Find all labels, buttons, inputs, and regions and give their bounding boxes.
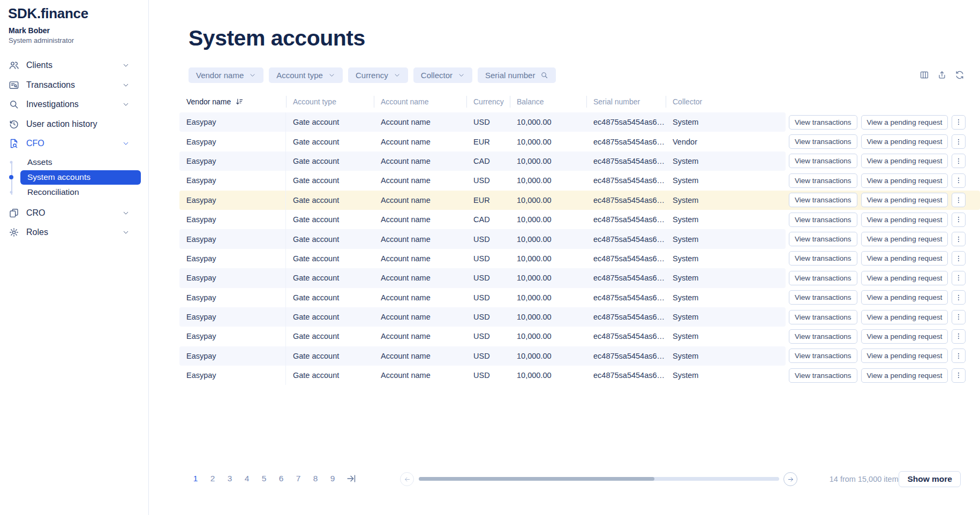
page-button-8[interactable]: 8 (312, 474, 319, 483)
cell-account_name: Account name (374, 288, 466, 307)
page-button-7[interactable]: 7 (295, 474, 302, 483)
row-menu-button[interactable] (952, 213, 966, 227)
page-button-3[interactable]: 3 (226, 474, 233, 483)
column-header-collector[interactable]: Collector (666, 93, 786, 110)
view-pending-request-button[interactable]: View a pending request (861, 193, 948, 207)
page-button-6[interactable]: 6 (277, 474, 285, 483)
show-more-button[interactable]: Show more (899, 471, 961, 487)
chevron-down-icon (328, 72, 335, 79)
sidebar-item-investigations[interactable]: Investigations (0, 95, 148, 115)
page-button-2[interactable]: 2 (209, 474, 216, 483)
view-transactions-button[interactable]: View transactions (789, 232, 857, 246)
view-pending-request-button[interactable]: View a pending request (861, 271, 948, 285)
column-header-currency[interactable]: Currency (466, 93, 510, 110)
row-menu-button[interactable] (952, 173, 966, 188)
table-row-data: EasypayGate accountAccount nameEUR10,000… (179, 132, 786, 151)
sidebar-item-transactions[interactable]: Transactions (0, 75, 148, 95)
cell-account_type: Gate account (286, 307, 374, 327)
row-menu-button[interactable] (952, 271, 966, 285)
column-header-account_type[interactable]: Account type (286, 93, 374, 110)
sidebar-item-assets[interactable]: Assets (20, 155, 141, 170)
scroll-right-button[interactable] (783, 472, 797, 486)
view-pending-request-button[interactable]: View a pending request (861, 213, 948, 227)
view-transactions-button[interactable]: View transactions (789, 173, 857, 188)
sidebar-item-reconciliation[interactable]: Reconciliation (20, 185, 141, 200)
row-menu-button[interactable] (952, 310, 966, 324)
filter-bar: Vendor nameAccount typeCurrencyCollector… (189, 67, 556, 83)
view-transactions-button[interactable]: View transactions (789, 193, 857, 207)
view-transactions-button[interactable]: View transactions (789, 349, 857, 363)
row-menu-button[interactable] (952, 193, 966, 207)
cell-currency: USD (466, 112, 510, 132)
row-menu-button[interactable] (952, 251, 966, 266)
view-transactions-button[interactable]: View transactions (789, 271, 857, 285)
view-pending-request-button[interactable]: View a pending request (861, 251, 948, 266)
view-transactions-button[interactable]: View transactions (789, 134, 857, 149)
sidebar-item-clients[interactable]: Clients (0, 56, 148, 75)
filter-currency[interactable]: Currency (348, 67, 408, 83)
filter-account-type[interactable]: Account type (269, 67, 343, 83)
sidebar-item-roles[interactable]: Roles (0, 223, 148, 243)
row-menu-button[interactable] (952, 134, 966, 149)
filter-collector[interactable]: Collector (413, 67, 472, 83)
sidebar-item-user-action-history[interactable]: User action history (0, 115, 148, 134)
view-transactions-button[interactable]: View transactions (789, 115, 857, 130)
cell-collector: System (666, 249, 786, 268)
refresh-button[interactable] (955, 70, 964, 80)
last-page-button[interactable] (346, 473, 357, 484)
column-header-vendor[interactable]: Vendor name (179, 93, 286, 110)
cell-account_name: Account name (374, 327, 466, 346)
sidebar-item-cfo[interactable]: CFO (0, 134, 148, 154)
page-button-9[interactable]: 9 (329, 474, 336, 483)
kebab-icon (955, 216, 962, 223)
view-transactions-button[interactable]: View transactions (789, 310, 857, 324)
columns-button[interactable] (919, 70, 929, 80)
view-pending-request-button[interactable]: View a pending request (861, 368, 948, 383)
app-logo[interactable]: SDK.finance (8, 5, 88, 22)
view-transactions-button[interactable]: View transactions (789, 290, 857, 305)
filter-serial-number-search[interactable]: Serial number (478, 67, 556, 83)
row-menu-button[interactable] (952, 349, 966, 363)
sidebar-item-cro[interactable]: CRO (0, 203, 148, 223)
scrollbar-track[interactable] (419, 477, 779, 481)
view-pending-request-button[interactable]: View a pending request (861, 310, 948, 324)
scroll-left-button[interactable] (400, 472, 414, 486)
table-row: EasypayGate accountAccount nameCAD10,000… (179, 210, 980, 229)
export-button[interactable] (937, 70, 947, 80)
cell-vendor: Easypay (179, 288, 286, 307)
row-actions: View transactionsView a pending request (789, 251, 966, 266)
column-header-balance[interactable]: Balance (510, 93, 586, 110)
view-pending-request-button[interactable]: View a pending request (861, 290, 948, 305)
row-menu-button[interactable] (952, 232, 966, 246)
scrollbar-thumb[interactable] (419, 477, 654, 481)
user-info: Mark Bober System administrator (9, 26, 74, 44)
view-transactions-button[interactable]: View transactions (789, 251, 857, 266)
view-pending-request-button[interactable]: View a pending request (861, 232, 948, 246)
view-pending-request-button[interactable]: View a pending request (861, 134, 948, 149)
view-pending-request-button[interactable]: View a pending request (861, 154, 948, 168)
row-actions: View transactionsView a pending request (789, 349, 966, 363)
filter-vendor-name[interactable]: Vendor name (189, 67, 263, 83)
view-transactions-button[interactable]: View transactions (789, 368, 857, 383)
row-menu-button[interactable] (952, 154, 966, 168)
view-transactions-button[interactable]: View transactions (789, 213, 857, 227)
column-header-serial[interactable]: Serial number (586, 93, 666, 110)
sidebar-item-label: Roles (26, 228, 48, 237)
view-transactions-button[interactable]: View transactions (789, 154, 857, 168)
chevron-down-icon (122, 209, 130, 217)
page-button-5[interactable]: 5 (260, 474, 268, 483)
row-menu-button[interactable] (952, 329, 966, 344)
view-pending-request-button[interactable]: View a pending request (861, 329, 948, 344)
view-pending-request-button[interactable]: View a pending request (861, 115, 948, 130)
row-menu-button[interactable] (952, 290, 966, 305)
column-header-account_name[interactable]: Account name (374, 93, 466, 110)
row-menu-button[interactable] (952, 368, 966, 383)
view-pending-request-button[interactable]: View a pending request (861, 173, 948, 188)
page-button-1[interactable]: 1 (192, 474, 199, 483)
sidebar-item-system-accounts[interactable]: System accounts (20, 170, 141, 185)
view-pending-request-button[interactable]: View a pending request (861, 349, 948, 363)
table-row: EasypayGate accountAccount nameUSD10,000… (179, 112, 980, 132)
page-button-4[interactable]: 4 (243, 474, 251, 483)
view-transactions-button[interactable]: View transactions (789, 329, 857, 344)
row-menu-button[interactable] (952, 115, 966, 130)
